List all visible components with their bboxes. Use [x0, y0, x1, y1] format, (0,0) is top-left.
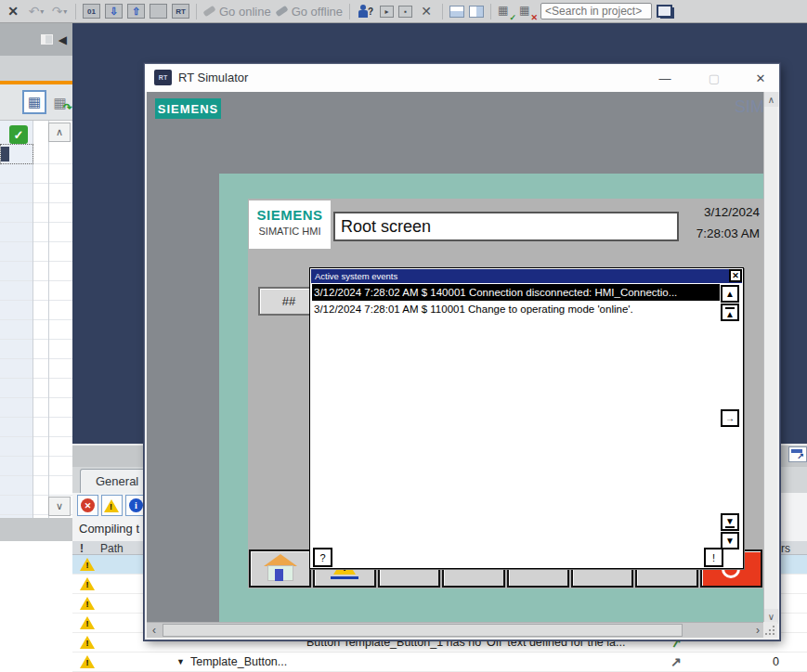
active-system-events-dialog: Active system events ✕ 3/12/2024 7:28:02…	[309, 267, 744, 569]
download-to-device-icon[interactable]: ⇩	[105, 4, 123, 19]
plug-icon	[275, 6, 288, 17]
grid-line	[48, 121, 49, 518]
selection-marker	[1, 147, 9, 162]
expander-icon[interactable]: ▼	[176, 657, 185, 666]
app-root: ✕ ↶▾ ↷▾ 01 ⇩ ⇧ RT Go online Go offline ?…	[0, 0, 807, 672]
help-button[interactable]: ?	[313, 548, 332, 567]
goto-arrow-icon[interactable]: ↗	[670, 654, 682, 669]
event-row[interactable]: 3/12/2024 7:28:01 AM $ 110001 Change to …	[312, 301, 720, 317]
vertical-scrollbar[interactable]: ∧ ∨	[763, 92, 777, 624]
info-icon: i	[129, 498, 143, 512]
chevron-down-icon: ▾	[63, 7, 67, 16]
left-panel: ◀ ▦ ▦↷ ✓ ∧ ∨	[0, 23, 72, 672]
green-arrow-icon: ↷	[63, 101, 72, 114]
split-horizontal-icon[interactable]	[449, 6, 464, 18]
scroll-up-button[interactable]: ∧	[764, 92, 778, 107]
scroll-down-button[interactable]: ▼	[721, 532, 739, 549]
warning-icon: !	[80, 576, 97, 591]
connection-break-icon[interactable]: ▦✕	[519, 4, 536, 19]
warning-icon: !	[80, 654, 97, 669]
scroll-right-button[interactable]: →	[721, 409, 739, 427]
upload-from-device-icon[interactable]: ⇧	[127, 4, 145, 19]
scroll-page-up-button[interactable]: ▲	[721, 304, 739, 321]
toolbar-separator	[75, 4, 76, 19]
horizontal-scrollbar[interactable]: ‹ ›	[147, 622, 765, 638]
scroll-up-button[interactable]: ∧	[48, 123, 71, 142]
date-display: 3/12/2024	[704, 205, 760, 219]
dialog-scroll-column: ▲ ▲ → ▼ ▼	[721, 284, 740, 566]
scroll-page-down-button[interactable]: ▼	[721, 513, 739, 531]
panel-divider	[0, 518, 72, 541]
toolbar-separator	[442, 4, 443, 19]
inspector-toolbar-icon[interactable]: ↗	[788, 446, 807, 462]
siemens-badge: SIEMENS	[155, 98, 221, 119]
connection-ok-icon[interactable]: ▦✓	[498, 4, 514, 19]
start-runtime-icon[interactable]: RT	[172, 4, 189, 19]
plug-icon	[202, 6, 215, 17]
redo-button[interactable]: ↷▾	[50, 2, 69, 20]
tag-table-grid[interactable]: ✓ ∧ ∨	[0, 121, 72, 518]
accessible-help-button[interactable]: ?	[357, 2, 375, 20]
toolbar-separator	[349, 4, 350, 19]
dialog-close-button[interactable]: ✕	[729, 269, 742, 282]
toolbar-separator	[196, 4, 197, 19]
simatic-hmi-text: SIMATIC HMI	[249, 226, 331, 237]
scroll-down-button[interactable]: ∨	[48, 497, 71, 516]
screen-title-field: Root screen	[333, 212, 679, 241]
person-icon	[358, 5, 368, 18]
siemens-logo-text: SIEMENS	[249, 207, 331, 223]
close-icon[interactable]: ✕	[4, 2, 22, 20]
collapse-left-icon[interactable]: ◀	[59, 33, 67, 46]
column-alert[interactable]: !	[80, 542, 84, 555]
table-view-icon[interactable]: ▦	[22, 90, 46, 114]
split-vertical-icon[interactable]	[469, 6, 484, 18]
save-config-icon[interactable]: 01	[83, 4, 100, 19]
simulator-client-area: SIEMENS SIM SIEMENS SIMATIC HMI Root scr…	[147, 92, 765, 624]
project-library-icon[interactable]	[657, 5, 672, 18]
go-offline-button[interactable]: Go offline	[276, 5, 343, 19]
device-memory-icon[interactable]	[150, 4, 167, 19]
resize-grip[interactable]	[763, 622, 777, 638]
home-button[interactable]	[249, 549, 311, 588]
scroll-up-button[interactable]: ▲	[721, 285, 739, 303]
show-window-icon[interactable]: ▸	[380, 6, 394, 18]
close-button[interactable]: ✕	[747, 67, 774, 89]
column-path[interactable]: Path	[100, 542, 124, 555]
acknowledge-button[interactable]: !	[704, 548, 723, 567]
remove-split-icon[interactable]: ✕	[417, 2, 436, 20]
warning-icon: !	[104, 498, 121, 513]
window-title: RT Simulator	[178, 71, 248, 84]
grid-line	[33, 121, 33, 518]
warning-icon: !	[80, 615, 97, 630]
warning-icon: !	[80, 635, 97, 650]
panel-icon[interactable]	[41, 34, 53, 45]
panel-toolbar: ▦ ▦↷	[0, 84, 72, 121]
scrollbar-thumb[interactable]	[163, 624, 683, 637]
export-table-icon[interactable]: ▦↷	[49, 92, 71, 113]
filter-errors-button[interactable]: ✕	[77, 495, 98, 516]
window-titlebar[interactable]: RT RT Simulator — ▢ ✕	[145, 64, 779, 92]
undo-icon: ↶	[29, 4, 40, 19]
event-list: 3/12/2024 7:28:02 AM $ 140001 Connection…	[312, 284, 720, 317]
column-partial[interactable]: rs	[781, 542, 790, 555]
error-icon: ✕	[81, 498, 95, 512]
warning-icon: !	[80, 557, 97, 572]
wincc-rt-icon: RT	[154, 70, 172, 85]
checkmark-icon: ✓	[9, 125, 28, 144]
go-online-button[interactable]: Go online	[203, 5, 271, 19]
undo-button[interactable]: ↶▾	[27, 2, 46, 20]
main-toolbar: ✕ ↶▾ ↷▾ 01 ⇩ ⇧ RT Go online Go offline ?…	[0, 0, 807, 23]
rt-simulator-window: RT RT Simulator — ▢ ✕ SIEMENS SIM SIEMEN…	[144, 63, 780, 640]
go-online-label: Go online	[219, 5, 271, 19]
chevron-down-icon: ▾	[40, 7, 44, 16]
table-row[interactable]: ! ▼ Template_Button... ↗ 0	[72, 653, 807, 672]
search-input[interactable]	[540, 3, 652, 19]
warning-icon: !	[80, 596, 97, 611]
event-row[interactable]: 3/12/2024 7:28:02 AM $ 140001 Connection…	[312, 284, 720, 301]
dock-window-icon[interactable]: ▪	[398, 6, 412, 18]
filter-warnings-button[interactable]: !	[101, 495, 123, 516]
minimize-button[interactable]: —	[651, 67, 679, 89]
scroll-left-button[interactable]: ‹	[147, 623, 162, 638]
dialog-titlebar[interactable]: Active system events	[311, 269, 742, 283]
panel-header: ◀	[0, 23, 72, 56]
